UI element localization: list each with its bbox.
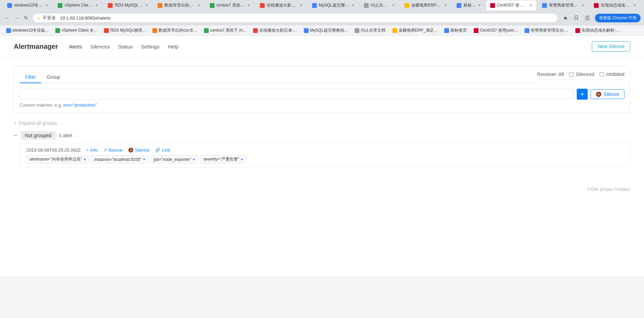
bookmark-item[interactable]: 实现动态域名解析-... [573, 27, 622, 34]
silence-button[interactable]: 🔕 Silence [590, 89, 624, 99]
label-badge: job="node_exporter" + [151, 155, 198, 163]
filter-panel: FilterGroup Receiver: All Silenced Inhib… [14, 66, 630, 113]
tab-close-icon[interactable]: ✕ [45, 3, 48, 7]
silenced-checkbox[interactable] [569, 72, 574, 77]
browser-tab-tab9[interactable]: 金蝶电商ERP_满足... ✕ [400, 0, 451, 10]
nav-item-status[interactable]: Status [118, 42, 133, 51]
tab-close-icon[interactable]: ✕ [197, 3, 200, 7]
browser-tab-tab13[interactable]: 实现动态域名解析-... ✕ [589, 0, 641, 10]
browser-tab-tab6[interactable]: 在线播放火影忍者-... ✕ [255, 0, 307, 10]
bookmark-label: 新标签页 [450, 28, 467, 33]
bookmark-item[interactable]: 金蝶电商ERP_满足... [390, 27, 440, 34]
tab-label: 实现动态域名解析-... [601, 2, 631, 8]
bookmark-favicon [444, 28, 449, 33]
tab-close-icon[interactable]: ✕ [444, 3, 447, 7]
custom-matcher-hint: Custom matcher, e.g. env="production" [20, 102, 624, 108]
browser-tab-tab7[interactable]: MySQL超完整教程... ✕ [308, 0, 359, 10]
bookmark-label: CentOS7 使用yum... [480, 28, 517, 33]
inhibited-checkbox[interactable] [600, 72, 604, 77]
tab-close-icon[interactable]: ✕ [248, 3, 250, 7]
bookmark-item[interactable]: MySQL超完整教程... [301, 27, 350, 34]
bookmark-favicon [392, 28, 397, 33]
tab-close-icon[interactable]: ✕ [352, 3, 354, 7]
nav-item-silences[interactable]: Silences [90, 42, 110, 51]
browser-tab-tab12[interactable]: 有赞商家管理后台-... ✕ [538, 0, 589, 10]
label-add-filter-icon[interactable]: + [241, 157, 243, 162]
profile-button[interactable]: G [572, 13, 581, 23]
security-label: 不安全 [43, 15, 56, 21]
inhibited-checkbox-label[interactable]: Inhibited [600, 72, 624, 77]
tab-close-icon[interactable]: ✕ [633, 3, 636, 7]
label-badge: alertname="内存使用率过高" + [26, 155, 89, 163]
tab-favicon [542, 3, 547, 8]
alert-timestamp-row: 2023-08-09T06:25:25.062Z +Info↗Source🔕Si… [26, 147, 624, 153]
bookmark-favicon [525, 28, 529, 33]
forward-button[interactable]: → [13, 14, 20, 21]
tab-close-icon[interactable]: ✕ [478, 3, 481, 7]
alert-action-info[interactable]: +Info [86, 147, 97, 153]
bookmark-item[interactable]: 在线播放火影忍者-... [250, 27, 300, 34]
tab-close-icon[interactable]: ✕ [145, 3, 148, 7]
group-collapse-button[interactable]: − [14, 132, 18, 139]
tab-favicon [490, 3, 495, 8]
bookmark-item[interactable]: vSphere Client 全... [53, 27, 100, 34]
tab-close-icon[interactable]: ✕ [300, 3, 302, 7]
silence-icon: 🔕 [128, 147, 134, 153]
browser-tab-tab1[interactable]: windows10专业版... ✕ [3, 0, 53, 10]
bookmark-item[interactable]: 问止共享文档 [352, 27, 388, 34]
label-add-filter-icon[interactable]: + [83, 157, 86, 162]
address-bar[interactable]: ⚠ 不安全 10.1.60.118:9093/#/alerts [32, 13, 558, 23]
nav-item-settings[interactable]: Settings [141, 42, 160, 51]
alert-labels: alertname="内存使用率过高" +instance="localhost… [26, 155, 624, 163]
tab-close-icon[interactable]: ✕ [582, 3, 584, 7]
label-add-filter-icon[interactable]: + [143, 157, 146, 162]
label-add-filter-icon[interactable]: + [193, 157, 195, 162]
reload-button[interactable]: ↻ [23, 14, 30, 21]
tab-close-icon[interactable]: ✕ [530, 3, 532, 7]
bookmark-item[interactable]: 有赞商家管理后台-... [522, 27, 571, 34]
bookmark-item[interactable]: centos7 系统下 m... [201, 27, 249, 34]
browser-tab-tab2[interactable]: vSphere Client 全... ✕ [53, 0, 103, 10]
nav-item-help[interactable]: Help [168, 42, 179, 51]
bookmark-favicon [304, 28, 309, 33]
bookmark-item[interactable]: 新标签页 [441, 27, 470, 34]
custom-matcher-example[interactable]: env="production" [63, 102, 97, 108]
filter-tab-group[interactable]: Group [41, 72, 66, 83]
browser-tab-tab8[interactable]: 问止共享文档 ✕ [359, 0, 400, 10]
bookmark-label: 金蝶电商ERP_满足... [399, 28, 437, 33]
new-silence-button[interactable]: New Silence [592, 41, 630, 52]
extensions-button[interactable]: ☰ [583, 13, 592, 23]
bookmark-favicon [204, 28, 209, 33]
expand-all-button[interactable]: + Expand all groups [14, 120, 630, 126]
chrome-update-button[interactable]: 有新版 Chrome 可用 [595, 14, 641, 22]
browser-tab-tab10[interactable]: 新标签页 ✕ [452, 0, 485, 10]
alert-action-source[interactable]: ↗Source [103, 147, 123, 153]
bookmark-favicon [104, 28, 109, 33]
link-icon: 🔗 [155, 147, 160, 153]
filter-input-row: + 🔕 Silence [20, 89, 624, 100]
bookmark-item[interactable]: CentOS7 使用yum... [471, 27, 520, 34]
nav-item-alerts[interactable]: Alerts [69, 42, 82, 51]
browser-tab-tab4[interactable]: 数据库导出的csv文... ✕ [153, 0, 204, 10]
bookmark-item[interactable]: windows10专业版... [3, 27, 51, 34]
browser-tab-tab11[interactable]: CentOS7 使用yum... ✕ [486, 0, 537, 10]
bookmark-favicon [575, 28, 580, 33]
silenced-checkbox-label[interactable]: Silenced [569, 72, 594, 77]
bookmark-item[interactable]: RDS MySQL物理... [101, 27, 148, 34]
silenced-label: Silenced [576, 72, 594, 77]
browser-tab-tab5[interactable]: centos7 系统下 m... ✕ [205, 0, 255, 10]
filter-tab-filter[interactable]: Filter [20, 72, 41, 83]
bookmark-label: 在线播放火影忍者-... [259, 28, 297, 33]
browser-tab-tab3[interactable]: RDS MySQL物理... ✕ [103, 0, 152, 10]
alert-action-link[interactable]: 🔗Link [155, 147, 170, 153]
alert-action-silence[interactable]: 🔕Silence [128, 147, 150, 153]
bookmark-button[interactable]: ★ [561, 13, 570, 23]
back-button[interactable]: ← [3, 14, 10, 21]
bookmark-label: windows10专业版... [12, 28, 48, 33]
tab-close-icon[interactable]: ✕ [95, 3, 98, 7]
bookmark-item[interactable]: 数据库导出的csv文... [150, 27, 200, 34]
tab-close-icon[interactable]: ✕ [392, 3, 395, 7]
app-container: Alertmanager AlertsSilencesStatusSetting… [0, 36, 644, 276]
add-filter-button[interactable]: + [577, 89, 588, 100]
filter-input[interactable] [20, 89, 574, 99]
